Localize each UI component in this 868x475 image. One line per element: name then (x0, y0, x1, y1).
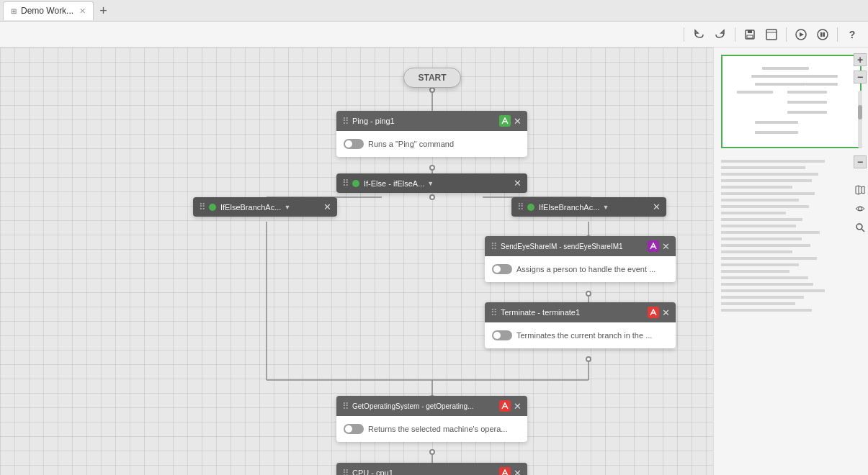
node-start[interactable]: START (403, 68, 461, 88)
conn-dot-ping-out (429, 165, 435, 171)
node-getos-close-button[interactable]: ✕ (514, 401, 522, 412)
minimap-content (722, 56, 860, 147)
node-cpu-label: CPU - cpu1 (352, 469, 393, 475)
panel-bar (721, 179, 812, 182)
node-ping-body: Runs a "Ping" command (336, 131, 527, 157)
svg-point-29 (859, 207, 862, 211)
node-send-body: Assigns a person to handle the event ... (485, 256, 676, 282)
panel-bar (721, 257, 817, 260)
node-terminate-close-button[interactable]: ✕ (662, 307, 670, 318)
node-getos-toggle[interactable] (344, 424, 364, 434)
toolbar-separator-3 (786, 27, 787, 42)
zoom-out-button[interactable]: − (854, 71, 867, 83)
tab-demo-work[interactable]: ⊞ Demo Work... ✕ (3, 1, 94, 20)
node-ifelse-title-group: ⠿ If-Else - ifElseA... ▼ (342, 178, 434, 189)
settings-button[interactable] (761, 24, 782, 45)
node-cpu-close-button[interactable]: ✕ (514, 468, 522, 476)
node-ifelse-close-button[interactable]: ✕ (514, 178, 522, 189)
node-ping[interactable]: ⠿ Ping - ping1 ✕ Runs a "Ping" command (336, 111, 527, 157)
branch-left-dropdown-icon[interactable]: ▼ (284, 204, 290, 211)
node-branch-right-title: ⠿ IfElseBranchAc... ▼ (517, 202, 609, 212)
minimap-bar (762, 67, 809, 70)
node-branch-right-close-button[interactable]: ✕ (653, 202, 661, 212)
panel-detail-area (721, 159, 851, 312)
minimap-bar (755, 83, 805, 86)
minimap-bar (802, 75, 838, 78)
node-send-close-button[interactable]: ✕ (662, 241, 670, 252)
tab-label: Demo Work... (21, 6, 73, 16)
node-getos[interactable]: ⠿ GetOperatingSystem - getOperating... ✕… (336, 396, 527, 442)
help-button[interactable]: ? (842, 24, 862, 45)
conn-dot-send-out (586, 291, 591, 297)
svg-point-7 (818, 30, 828, 40)
svg-rect-3 (766, 30, 777, 40)
panel-bar (721, 283, 813, 286)
node-terminate-description: Terminates the current branch in the ... (516, 331, 652, 340)
node-branch-left[interactable]: ⠿ IfElseBranchAc... ▼ ✕ (193, 197, 337, 217)
node-getos-title: ⠿ GetOperatingSystem - getOperating... (342, 401, 473, 412)
node-getos-body: Returns the selected machine's opera... (336, 416, 527, 442)
drag-handle-icon: ⠿ (342, 178, 349, 189)
node-terminate-title: ⠿ Terminate - terminate1 (491, 307, 580, 318)
node-branch-left-close-button[interactable]: ✕ (323, 202, 331, 212)
panel-bar (721, 186, 792, 189)
pause-button[interactable] (813, 24, 833, 45)
node-terminate-header: ⠿ Terminate - terminate1 ✕ (485, 302, 676, 322)
toolbar-separator-2 (735, 27, 735, 42)
node-terminate[interactable]: ⠿ Terminate - terminate1 ✕ Terminates th… (485, 302, 676, 348)
save-button[interactable] (740, 24, 760, 45)
toolbar-separator-4 (837, 27, 838, 42)
ifelse-dropdown-icon[interactable]: ▼ (427, 180, 434, 187)
panel-bar (721, 244, 810, 247)
node-ping-label: Ping - ping1 (352, 117, 395, 125)
node-terminate-label: Terminate - terminate1 (501, 308, 580, 317)
node-branch-right-header: ⠿ IfElseBranchAc... ▼ ✕ (511, 197, 666, 217)
search-button[interactable] (853, 220, 867, 235)
node-branch-left-label: IfElseBranchAc... (220, 203, 281, 212)
node-ifelse[interactable]: ⠿ If-Else - ifElseA... ▼ ✕ (336, 173, 527, 193)
zoom-scrollbar-thumb (858, 105, 862, 119)
tab-close-button[interactable]: ✕ (79, 6, 86, 16)
node-cpu-title: ⠿ CPU - cpu1 (342, 468, 393, 476)
run-button[interactable] (791, 24, 811, 45)
node-send[interactable]: ⠿ SendEyeShareIM - sendEyeShareIM1 ✕ Ass… (485, 236, 676, 282)
panel-bar (721, 225, 796, 227)
tab-bar: ⊞ Demo Work... ✕ + (0, 0, 868, 22)
minimap-bar (751, 75, 809, 78)
send-action-icon (648, 240, 659, 252)
minimap[interactable] (721, 55, 862, 148)
conn-dot-start-out (429, 87, 435, 93)
node-getos-header: ⠿ GetOperatingSystem - getOperating... ✕ (336, 396, 527, 416)
node-branch-right[interactable]: ⠿ IfElseBranchAc... ▼ ✕ (511, 197, 666, 217)
panel-bar (721, 160, 825, 163)
node-ping-close-button[interactable]: ✕ (514, 116, 522, 127)
zoom-scrollbar[interactable] (858, 91, 862, 148)
drag-handle-icon: ⠿ (342, 468, 349, 476)
node-send-title: ⠿ SendEyeShareIM - sendEyeShareIM1 (491, 241, 623, 252)
run-icon (795, 29, 807, 40)
node-getos-label: GetOperatingSystem - getOperating... (352, 402, 473, 410)
ifelse-status-dot (352, 180, 359, 187)
map-view-button[interactable] (853, 183, 867, 197)
new-tab-button[interactable]: + (94, 4, 113, 17)
node-cpu[interactable]: ⠿ CPU - cpu1 ✕ Returns the current Avail… (336, 463, 527, 475)
zoom-reset-button[interactable]: − (854, 155, 867, 168)
minimap-bar (755, 121, 798, 124)
node-terminate-body: Terminates the current branch in the ... (485, 322, 676, 348)
minimap-bar (805, 83, 838, 86)
panel-bar (721, 199, 799, 202)
node-ping-toggle[interactable] (344, 139, 364, 149)
undo-button[interactable] (689, 24, 709, 45)
panel-bar (721, 205, 809, 208)
redo-button[interactable] (710, 24, 730, 45)
workflow-canvas[interactable]: START ⠿ Ping - ping1 ✕ Runs a "Ping" com… (0, 48, 713, 475)
node-ping-title: ⠿ Ping - ping1 (342, 116, 395, 127)
svg-rect-8 (820, 32, 823, 37)
map-icon (855, 185, 865, 195)
zoom-in-button[interactable]: + (854, 53, 867, 66)
minimap-bar (737, 91, 773, 94)
branch-right-dropdown-icon[interactable]: ▼ (602, 204, 609, 211)
eye-view-button[interactable] (853, 202, 867, 216)
node-send-toggle[interactable] (492, 264, 512, 274)
node-terminate-toggle[interactable] (492, 330, 512, 340)
